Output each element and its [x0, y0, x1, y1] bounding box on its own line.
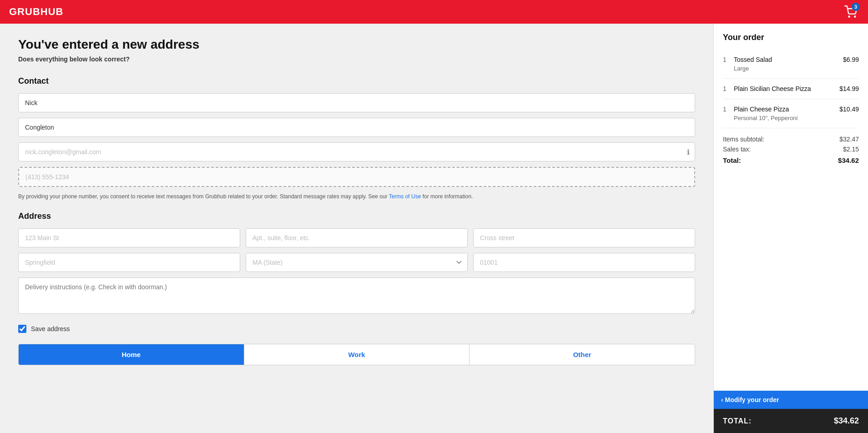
subtotal-label: Items subtotal: [723, 136, 764, 143]
cross-street-input[interactable] [473, 228, 695, 247]
delivery-instructions-input[interactable] [18, 277, 695, 314]
order-totals: Items subtotal: $32.47 Sales tax: $2.15 … [723, 128, 859, 174]
order-item-2-qty: 1 [723, 106, 729, 113]
address-section: Address MA (State) [18, 211, 695, 316]
other-address-button[interactable]: Other [469, 344, 695, 365]
order-item-0-qty: 1 [723, 56, 729, 63]
home-address-button[interactable]: Home [19, 344, 244, 365]
header: GRUBHUB 3 [0, 0, 868, 24]
work-address-button[interactable]: Work [244, 344, 470, 365]
order-item-1-qty: 1 [723, 85, 729, 92]
email-group: ℹ [18, 142, 695, 161]
first-name-input[interactable] [18, 93, 695, 112]
order-item-2-desc: Personal 10", Pepperoni [723, 115, 859, 121]
order-panel-title: Your order [723, 33, 859, 42]
order-item-0-desc: Large [723, 65, 859, 72]
address-section-title: Address [18, 211, 695, 221]
phone-input[interactable] [18, 167, 695, 187]
order-item-2-row: 1 Plain Cheese Pizza $10.49 [723, 106, 859, 113]
state-select[interactable]: MA (State) [246, 253, 468, 272]
order-item-2-price: $10.49 [839, 106, 859, 113]
total-row: Total: $34.62 [723, 156, 859, 164]
contact-section-title: Contact [18, 76, 695, 86]
order-item-1-row: 1 Plain Sicilian Cheese Pizza $14.99 [723, 85, 859, 92]
order-item-1: 1 Plain Sicilian Cheese Pizza $14.99 [723, 79, 859, 99]
subtotal-row: Items subtotal: $32.47 [723, 136, 859, 143]
terms-of-use-link[interactable]: Terms of Use [389, 193, 421, 200]
grubhub-logo: GRUBHUB [9, 6, 63, 18]
right-sidebar: Your order 1 Tossed Salad $6.99 Large 1 … [713, 24, 868, 433]
subtotal-value: $32.47 [839, 136, 859, 143]
cart-button[interactable]: 3 [843, 4, 859, 20]
total-footer: TOTAL: $34.62 [714, 409, 868, 433]
footer-total-amount: $34.62 [834, 416, 859, 426]
save-address-label[interactable]: Save address [31, 325, 70, 332]
info-icon: ℹ [687, 148, 690, 156]
save-address-checkbox[interactable] [18, 325, 26, 333]
order-item-0: 1 Tossed Salad $6.99 Large [723, 50, 859, 79]
first-name-group [18, 93, 695, 112]
last-name-group [18, 118, 695, 137]
page-subtitle: Does everything below look correct? [18, 55, 695, 63]
order-item-2: 1 Plain Cheese Pizza $10.49 Personal 10"… [723, 99, 859, 128]
apt-input[interactable] [246, 228, 468, 247]
city-input[interactable] [18, 253, 240, 272]
sales-tax-label: Sales tax: [723, 146, 751, 153]
sales-tax-value: $2.15 [843, 146, 859, 153]
page-title: You've entered a new address [18, 37, 695, 52]
address-type-row: Home Work Other [18, 344, 695, 365]
cart-badge: 3 [852, 3, 860, 11]
left-content: You've entered a new address Does everyt… [0, 24, 713, 433]
consent-text: By providing your phone number, you cons… [18, 192, 695, 201]
svg-point-0 [848, 16, 849, 17]
street-input[interactable] [18, 228, 240, 247]
total-value: $34.62 [838, 156, 859, 164]
zip-input[interactable] [473, 253, 695, 272]
sales-tax-row: Sales tax: $2.15 [723, 146, 859, 153]
address-row-1 [18, 228, 695, 247]
footer-total-label: TOTAL: [723, 417, 752, 425]
email-input[interactable] [18, 142, 695, 161]
order-item-0-name: Tossed Salad [734, 56, 772, 63]
save-address-row: Save address [18, 325, 695, 333]
order-panel: Your order 1 Tossed Salad $6.99 Large 1 … [714, 24, 868, 391]
svg-point-1 [854, 16, 855, 17]
order-item-2-name: Plain Cheese Pizza [734, 106, 789, 113]
order-item-1-name: Plain Sicilian Cheese Pizza [734, 85, 811, 92]
order-item-1-price: $14.99 [839, 85, 859, 92]
contact-section: Contact ℹ [18, 76, 695, 187]
modify-order-bar[interactable]: ‹ Modify your order [714, 391, 868, 409]
order-item-0-row: 1 Tossed Salad $6.99 [723, 56, 859, 63]
address-row-2: MA (State) [18, 253, 695, 272]
last-name-input[interactable] [18, 118, 695, 137]
phone-group [18, 167, 695, 187]
order-item-0-price: $6.99 [843, 56, 859, 63]
delivery-instructions-group [18, 277, 695, 316]
total-label: Total: [723, 156, 741, 164]
main-layout: You've entered a new address Does everyt… [0, 24, 868, 433]
